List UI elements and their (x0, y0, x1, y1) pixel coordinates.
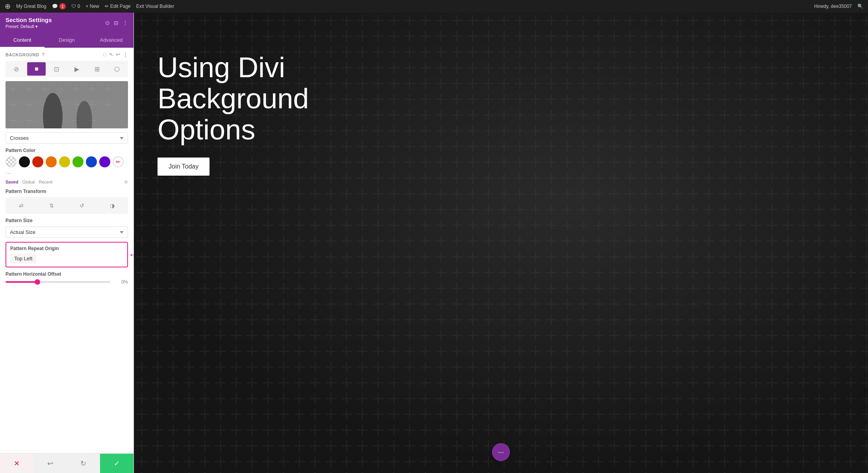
swatch-checkered[interactable] (6, 156, 17, 167)
hero-title: Using Divi Background Options (158, 52, 394, 146)
dots-icon[interactable]: ⋮ (122, 20, 128, 26)
panel-preset[interactable]: Preset: Default ▾ (6, 24, 52, 29)
pattern-dropdown-row: Crosses Dots Stripes Hexagons (6, 132, 128, 144)
pattern-repeat-origin-value: Top Left (10, 254, 36, 263)
swatch-custom[interactable]: ✏ (113, 156, 124, 167)
pattern-repeat-origin-label: Pattern Repeat Origin (10, 246, 123, 251)
bg-type-row: ⊘ ■ ⊡ ▶ ⊞ ⬡ (6, 61, 128, 77)
highlight-arrow-icon: ← (128, 249, 134, 261)
admin-bar-comments[interactable]: 💬 1 (52, 3, 66, 9)
color-tab-global[interactable]: Global (22, 180, 35, 185)
panel-body: Background ? □ ↖ ↩ ⋮ ⊘ ■ ⊡ ▶ ⊞ ⬡ (0, 48, 134, 453)
section-label-icons: □ ↖ ↩ ⋮ (103, 52, 128, 58)
swatch-black[interactable] (19, 156, 30, 167)
swatch-purple[interactable] (99, 156, 110, 167)
panel-header-left: Section Settings Preset: Default ▾ (6, 17, 52, 29)
columns-icon[interactable]: ⊟ (114, 20, 119, 26)
transform-flip-h[interactable]: ⇄ (7, 199, 36, 212)
transform-invert[interactable]: ◑ (98, 199, 126, 212)
swatch-yellow[interactable] (59, 156, 70, 167)
color-tab-recent[interactable]: Recent (39, 180, 52, 185)
bg-type-mask[interactable]: ⬡ (108, 62, 126, 76)
panel-header: Section Settings Preset: Default ▾ ⊙ ⊟ ⋮ (0, 13, 134, 33)
swatch-red[interactable] (32, 156, 43, 167)
hero-content: Using Divi Background Options Join Today (134, 36, 868, 191)
preview-area: Using Divi Background Options Join Today… (134, 13, 868, 473)
admin-bar-spam[interactable]: 🛡 0 (71, 4, 80, 9)
wp-admin-bar: ⊕ My Great Blog 💬 1 🛡 0 + New ✏ Edit Pag… (0, 0, 868, 13)
bg-type-color[interactable]: ■ (27, 62, 46, 76)
offset-slider-track[interactable] (6, 281, 110, 283)
help-icon[interactable]: ? (42, 52, 45, 58)
tab-design[interactable]: Design (45, 33, 89, 47)
bg-preview-inner (6, 81, 128, 128)
pattern-size-label: Pattern Size (6, 218, 128, 223)
transform-rotate[interactable]: ↺ (68, 199, 96, 212)
color-tabs: Saved Global Recent ⚙ (6, 180, 128, 185)
pattern-size-section: Pattern Size Actual Size Stretch Tile (6, 218, 128, 238)
pattern-color-section: Pattern Color ✏ ··· Saved G (6, 148, 128, 185)
fab-button[interactable]: ··· (492, 443, 510, 461)
cursor-icon[interactable]: ↖ (109, 52, 114, 58)
panel-header-icons: ⊙ ⊟ ⋮ (105, 20, 128, 26)
offset-slider-thumb[interactable] (35, 279, 40, 285)
tab-content[interactable]: Content (0, 33, 45, 48)
admin-bar-exit-builder[interactable]: Exit Visual Builder (136, 4, 174, 9)
redo-button[interactable]: ↻ (67, 454, 100, 473)
bg-type-none[interactable]: ⊘ (7, 62, 26, 76)
undo-bg-icon[interactable]: ↩ (116, 52, 121, 58)
focus-icon[interactable]: ⊙ (105, 20, 110, 26)
pattern-transform-label: Pattern Transform (6, 189, 128, 194)
pattern-horizontal-offset-section: Pattern Horizontal Offset 0% (6, 271, 128, 285)
offset-slider-value: 0% (114, 279, 128, 285)
pattern-size-select[interactable]: Actual Size Stretch Tile (6, 226, 128, 238)
hero-join-button[interactable]: Join Today (158, 158, 210, 176)
bg-type-pattern[interactable]: ⊞ (88, 62, 106, 76)
pattern-horizontal-offset-label: Pattern Horizontal Offset (6, 271, 128, 277)
left-panel: Section Settings Preset: Default ▾ ⊙ ⊟ ⋮… (0, 13, 134, 473)
panel-tabs: Content Design Advanced (0, 33, 134, 48)
tab-advanced[interactable]: Advanced (89, 33, 134, 47)
pattern-transform-section: Pattern Transform ⇄ ⇅ ↺ ◑ (6, 189, 128, 214)
swatch-green[interactable] (72, 156, 83, 167)
panel-title: Section Settings (6, 17, 52, 23)
panel-bottom-bar: ✕ ↩ ↻ ✓ (0, 453, 134, 473)
pattern-color-label: Pattern Color (6, 148, 128, 153)
admin-bar-new[interactable]: + New (85, 4, 99, 9)
wp-logo-icon[interactable]: ⊕ (5, 2, 11, 11)
undo-button[interactable]: ↩ (33, 454, 67, 473)
admin-bar-search-icon[interactable]: 🔍 (857, 4, 863, 9)
bg-type-video[interactable]: ▶ (68, 62, 86, 76)
admin-bar-edit-page[interactable]: ✏ Edit Page (105, 4, 131, 9)
admin-bar-howdy[interactable]: Howdy, dee35007 (814, 4, 852, 9)
more-bg-icon[interactable]: ⋮ (123, 52, 128, 58)
bg-image-preview (6, 81, 128, 128)
slider-row: 0% (6, 279, 128, 285)
background-section-label: Background ? □ ↖ ↩ ⋮ (6, 52, 128, 58)
device-icon[interactable]: □ (103, 52, 106, 58)
main-layout: Section Settings Preset: Default ▾ ⊙ ⊟ ⋮… (0, 13, 868, 473)
bg-type-image[interactable]: ⊡ (47, 62, 66, 76)
admin-bar-blog[interactable]: My Great Blog (16, 4, 46, 9)
color-tab-saved[interactable]: Saved (6, 180, 18, 185)
pattern-repeat-origin-section: Pattern Repeat Origin Top Left ← (6, 242, 128, 267)
cancel-button[interactable]: ✕ (0, 454, 33, 473)
admin-bar-left: ⊕ My Great Blog 💬 1 🛡 0 + New ✏ Edit Pag… (5, 2, 174, 11)
transform-buttons: ⇄ ⇅ ↺ ◑ (6, 197, 128, 214)
color-swatches: ✏ (6, 156, 128, 167)
color-gear-icon[interactable]: ⚙ (124, 180, 128, 185)
save-button[interactable]: ✓ (100, 454, 134, 473)
swatch-blue[interactable] (86, 156, 97, 167)
swatch-orange[interactable] (46, 156, 57, 167)
pattern-select[interactable]: Crosses Dots Stripes Hexagons (6, 132, 128, 144)
transform-flip-v[interactable]: ⇅ (37, 199, 66, 212)
color-more-row: ··· (6, 169, 128, 177)
color-dots-icon[interactable]: ··· (6, 169, 11, 177)
admin-bar-right: Howdy, dee35007 🔍 (814, 4, 863, 9)
